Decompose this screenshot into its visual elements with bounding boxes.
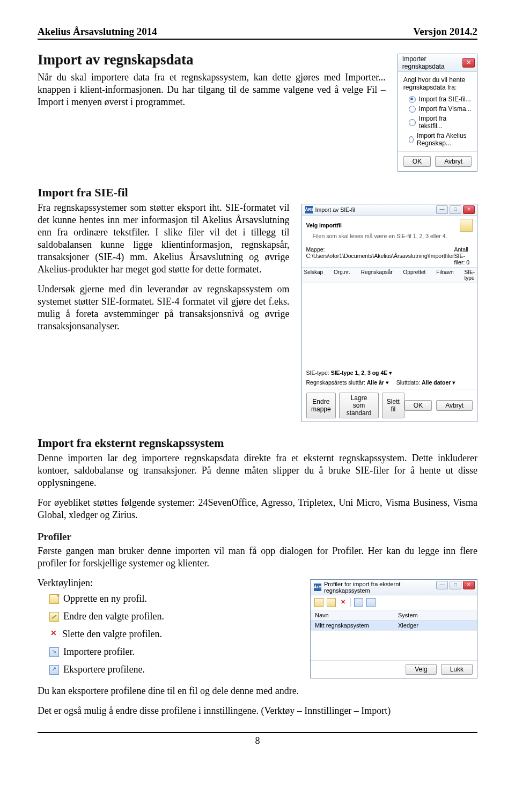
dialog2-path: C:\Users\ofor1\Documents\Akelius\Årsavsl… bbox=[306, 253, 454, 259]
select-button[interactable]: Velg bbox=[406, 664, 436, 675]
ekstern-paragraph-1: Denne importen lar deg importere regnska… bbox=[38, 452, 477, 489]
change-folder-button[interactable]: Endre mappe bbox=[306, 393, 336, 418]
export-icon bbox=[49, 665, 59, 675]
radio-import-akelius-regnskap[interactable]: Import fra Akelius Regnskap... bbox=[403, 131, 472, 148]
filter-end-date[interactable]: Alle datoer bbox=[422, 379, 451, 386]
maximize-icon[interactable]: □ bbox=[450, 205, 461, 214]
page-header: Akelius Årsavslutning 2014 Versjon 2014.… bbox=[38, 26, 477, 40]
list-item: Opprette en ny profil. bbox=[49, 593, 299, 605]
radio-icon bbox=[409, 136, 414, 143]
list-item: Endre den valgte profilen. bbox=[49, 610, 299, 623]
radio-import-visma[interactable]: Import fra Visma... bbox=[403, 104, 472, 114]
cancel-button[interactable]: Avbryt bbox=[435, 156, 472, 167]
page-number: 8 bbox=[38, 732, 477, 747]
header-right: Versjon 2014.2 bbox=[413, 26, 477, 38]
radio-import-tekstfil[interactable]: Import fra tekstfil... bbox=[403, 114, 472, 131]
ok-button[interactable]: OK bbox=[404, 400, 432, 411]
sie-paragraph-2: Undersøk gjerne med din leverandør av re… bbox=[38, 283, 290, 333]
radio-icon bbox=[409, 119, 416, 126]
intro-paragraph: Når du skal importere data fra et regnsk… bbox=[38, 71, 386, 108]
close-icon[interactable]: ✕ bbox=[463, 581, 475, 589]
dialog2-hint: Filen som skal leses må være en SIE-fil … bbox=[306, 232, 473, 241]
heading-import-sie-fil: Import fra SIE-fil bbox=[38, 186, 477, 200]
folder-search-icon[interactable] bbox=[460, 219, 473, 232]
radio-icon bbox=[409, 106, 416, 113]
import-profiles-icon[interactable] bbox=[354, 598, 363, 607]
cancel-button[interactable]: Avbryt bbox=[436, 400, 473, 411]
ok-button[interactable]: OK bbox=[403, 156, 431, 167]
dialog1-prompt: Angi hvor du vil hente regnskapsdata fra… bbox=[403, 76, 472, 91]
edit-icon bbox=[49, 612, 59, 622]
dialog2-file-list[interactable] bbox=[302, 283, 477, 366]
dialog2-filters: SIE-type: SIE-type 1, 2, 3 og 4E ▾ Regns… bbox=[302, 366, 477, 389]
delete-profile-icon[interactable]: ✕ bbox=[339, 598, 347, 606]
list-item: Importere profiler. bbox=[49, 646, 299, 658]
dialog2-title: Import av SIE-fil bbox=[315, 206, 356, 213]
radio-icon bbox=[409, 96, 416, 103]
profile-name: Mitt regnskapsystem bbox=[311, 621, 394, 630]
minimize-icon[interactable]: — bbox=[436, 205, 448, 214]
minimize-icon[interactable]: — bbox=[436, 581, 448, 589]
app-icon: ÅRS bbox=[314, 584, 321, 591]
maximize-icon[interactable]: □ bbox=[450, 581, 461, 589]
close-button[interactable]: Lukk bbox=[441, 664, 473, 675]
delete-icon: ✕ bbox=[49, 630, 58, 638]
sie-paragraph-1: Fra regnskapssystemer som støtter ekspor… bbox=[38, 202, 290, 276]
list-item: ✕ Slette den valgte profilen. bbox=[49, 628, 299, 640]
heading-import-eksternt: Import fra eksternt regnskapssystem bbox=[38, 436, 477, 450]
dialog2-columns: Selskap Org.nr. Regnskapsår Opprettet Fi… bbox=[302, 267, 477, 283]
dialog1-title: Importer regnskapsdata bbox=[402, 55, 462, 70]
app-icon: ÅRS bbox=[305, 206, 313, 213]
profile-system: Xledger bbox=[394, 621, 477, 630]
dialog2-count: 0 bbox=[466, 259, 469, 265]
save-default-button[interactable]: Lagre som standard bbox=[339, 393, 379, 418]
table-row[interactable]: Mitt regnskapsystem Xledger bbox=[311, 621, 477, 631]
dialog3-title: Profiler for import fra eksternt regnska… bbox=[324, 581, 436, 594]
dialog-import-sie-fil: ÅRS Import av SIE-fil — □ ✕ Velg importf… bbox=[301, 204, 477, 422]
heading-import-regnskapsdata: Import av regnskapsdata bbox=[38, 51, 386, 68]
dialog1-titlebar: Importer regnskapsdata ✕ bbox=[398, 54, 477, 72]
export-profiles-icon[interactable] bbox=[366, 598, 376, 607]
dialog-importer-regnskapsdata: Importer regnskapsdata ✕ Angi hvor du vi… bbox=[398, 54, 477, 172]
delete-file-button[interactable]: Slett fil bbox=[382, 393, 404, 418]
import-icon bbox=[49, 647, 59, 657]
dialog3-titlebar: ÅRS Profiler for import fra eksternt reg… bbox=[311, 580, 477, 595]
profiler-paragraph-1: Første gangen man bruker denne importen … bbox=[38, 545, 477, 570]
new-icon bbox=[49, 594, 59, 604]
edit-profile-icon[interactable] bbox=[327, 598, 336, 607]
dialog-profiler: ÅRS Profiler for import fra eksternt reg… bbox=[310, 579, 477, 678]
new-profile-icon[interactable] bbox=[314, 598, 323, 607]
close-icon[interactable]: ✕ bbox=[462, 58, 475, 68]
dialog2-group: Velg importfil bbox=[306, 222, 342, 228]
dialog3-header-row: Navn System bbox=[311, 610, 477, 621]
header-left: Akelius Årsavslutning 2014 bbox=[38, 26, 157, 38]
heading-profiler: Profiler bbox=[38, 531, 477, 543]
export-paragraph: Du kan eksportere profilene dine til en … bbox=[38, 685, 477, 697]
radio-import-sie[interactable]: Import fra SIE-fil... bbox=[403, 94, 472, 104]
list-item: Eksportere profilene. bbox=[49, 663, 299, 676]
filter-end-year[interactable]: Alle år bbox=[367, 379, 384, 386]
settings-paragraph: Det er også mulig å endre disse profilen… bbox=[38, 705, 477, 717]
dialog2-titlebar: ÅRS Import av SIE-fil — □ ✕ bbox=[302, 204, 477, 216]
close-icon[interactable]: ✕ bbox=[463, 205, 475, 214]
filter-sie-type[interactable]: SIE-type 1, 2, 3 og 4E bbox=[331, 370, 388, 376]
ekstern-paragraph-2: For øyebliket støttes følgende systemer:… bbox=[38, 497, 477, 521]
